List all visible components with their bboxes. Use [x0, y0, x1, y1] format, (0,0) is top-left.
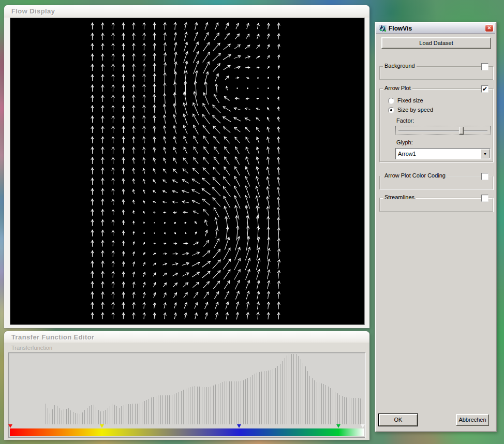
transfer-marker[interactable] — [336, 424, 340, 428]
chevron-down-icon[interactable]: ▼ — [481, 149, 490, 158]
glyph-dropdown[interactable]: Arrow1 ▼ — [395, 148, 491, 159]
histogram-bar — [156, 396, 156, 424]
transfer-function-editor-window: Transfer Function Editor Transferfunctio… — [4, 331, 369, 440]
histogram-bar — [66, 409, 67, 424]
histogram-bar — [135, 404, 136, 424]
histogram-bar — [213, 386, 214, 424]
histogram-bar — [78, 413, 78, 424]
histogram-bar — [312, 378, 313, 424]
histogram-bar — [223, 382, 223, 424]
histogram-bar — [307, 371, 308, 424]
histogram-bar — [257, 373, 257, 424]
histogram-bar — [162, 395, 163, 424]
streamlines-checkbox[interactable] — [481, 195, 488, 202]
color-coding-checkbox[interactable] — [481, 173, 488, 180]
histogram-bar — [100, 411, 101, 424]
histogram-bar — [80, 414, 80, 424]
histogram-bar — [124, 405, 124, 424]
histogram-bar — [298, 356, 299, 424]
ok-button[interactable]: OK — [379, 414, 418, 426]
transfer-editor-title: Transfer Function Editor — [11, 333, 95, 341]
histogram-bar — [293, 354, 294, 424]
factor-slider-track[interactable] — [398, 130, 487, 131]
histogram-bar — [339, 395, 340, 424]
histogram-bar — [91, 405, 92, 424]
histogram-bar — [149, 399, 149, 424]
histogram-bar — [169, 395, 170, 424]
histogram-bar — [48, 408, 48, 424]
histogram-bar — [167, 395, 168, 424]
histogram-bar — [355, 398, 356, 424]
histogram-bar — [234, 381, 234, 424]
flow-display-titlebar[interactable]: Flow Display — [4, 5, 369, 18]
size-by-speed-radio-label[interactable]: Size by speed — [397, 107, 433, 113]
histogram-bar — [190, 387, 190, 424]
background-checkbox[interactable] — [481, 63, 488, 70]
histogram-bar — [215, 384, 216, 424]
histogram-bar — [46, 404, 46, 424]
histogram-bar — [132, 404, 133, 424]
glyph-dropdown-value: Arrow1 — [398, 151, 416, 157]
histogram-bar — [54, 405, 55, 424]
histogram-bar — [68, 408, 69, 424]
histogram-bar — [337, 393, 338, 424]
arrow-plot-checkbox[interactable]: ✔ — [481, 85, 488, 93]
histogram-bar — [255, 374, 255, 424]
flowvis-titlebar[interactable]: FlowVis ✕ — [376, 23, 495, 34]
histogram-bar — [268, 371, 269, 424]
histogram-bar — [218, 384, 218, 424]
histogram-bar — [229, 381, 230, 424]
histogram-bar — [176, 393, 177, 424]
transfer-marker[interactable] — [8, 424, 12, 428]
close-icon[interactable]: ✕ — [485, 24, 494, 32]
transfer-marker[interactable] — [237, 424, 241, 428]
arrow-plot-group: Arrow Plot ✔ Fixed size Size by speed Fa… — [379, 88, 493, 162]
transfer-marker[interactable] — [361, 424, 365, 428]
histogram-bar — [121, 406, 122, 424]
histogram-bar — [206, 387, 207, 424]
streamlines-group-label: Streamlines — [383, 194, 416, 200]
histogram-bar — [301, 359, 301, 424]
histogram-bar — [96, 407, 96, 424]
histogram-bar — [259, 372, 260, 424]
histogram-bar — [335, 392, 335, 424]
fixed-size-radio[interactable] — [388, 98, 394, 104]
histogram-bar — [192, 387, 193, 424]
histogram-bar — [195, 386, 195, 424]
histogram-bar — [277, 366, 278, 424]
histogram-bar — [82, 412, 83, 424]
histogram-bar — [183, 390, 184, 424]
flow-display-title: Flow Display — [11, 7, 55, 15]
histogram-bar — [282, 361, 283, 424]
histogram-bar — [275, 368, 276, 424]
histogram-bar — [128, 404, 129, 424]
factor-slider[interactable] — [395, 126, 491, 135]
histogram-bar — [146, 400, 147, 424]
factor-slider-thumb[interactable] — [459, 127, 464, 135]
histogram-bar — [73, 412, 73, 424]
background-group-label: Background — [383, 63, 417, 69]
glyph-label: Glyph: — [396, 139, 413, 145]
vector-field-viewport[interactable] — [10, 18, 365, 325]
histogram-bar — [110, 406, 110, 424]
histogram-bar — [70, 410, 71, 424]
histogram-bar — [179, 392, 179, 424]
histogram-bar — [261, 372, 262, 424]
color-gradient-bar[interactable] — [10, 428, 364, 436]
histogram-bar — [126, 404, 126, 424]
histogram-bar — [94, 405, 94, 424]
histogram-bar — [333, 390, 333, 424]
histogram-bar — [144, 401, 145, 424]
size-by-speed-radio[interactable] — [388, 107, 394, 113]
histogram-bar — [50, 413, 50, 424]
transfer-editor-titlebar[interactable]: Transfer Function Editor — [4, 331, 369, 343]
histogram-bar — [75, 413, 76, 424]
transfer-function-panel[interactable] — [8, 352, 365, 438]
load-dataset-button[interactable]: Load Dataset — [381, 37, 491, 49]
fixed-size-radio-label[interactable]: Fixed size — [397, 97, 423, 103]
histogram-bar — [119, 408, 120, 424]
transfer-marker[interactable] — [100, 424, 104, 428]
histogram-bar — [87, 408, 87, 424]
cancel-button[interactable]: Abbrechen — [456, 414, 489, 426]
histogram-bar — [280, 364, 280, 424]
